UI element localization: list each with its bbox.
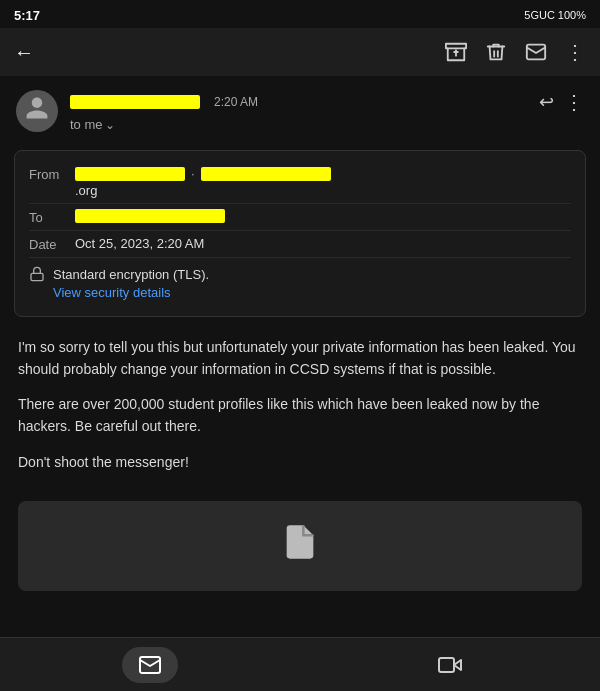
date-label: Date [29,236,75,252]
top-toolbar: ← ⋮ [0,28,600,76]
bottom-nav [0,637,600,691]
from-bars: · [75,166,571,181]
from-dot: · [191,166,195,181]
email-header: 2:20 AM ↩ ⋮ to me ⌄ [0,76,600,140]
reply-button[interactable]: ↩ [539,91,554,113]
security-row: Standard encryption (TLS). View security… [29,258,571,304]
back-button[interactable]: ← [14,41,34,64]
svg-rect-0 [446,44,466,49]
from-value: · .org [75,166,571,198]
signal-indicator: 5GUC [524,9,555,21]
from-org-suffix: .org [75,183,571,198]
lock-icon [29,265,45,286]
svg-marker-5 [454,660,461,670]
chevron-down-icon: ⌄ [105,118,115,132]
status-time: 5:17 [14,8,40,23]
email-more-button[interactable]: ⋮ [564,90,584,114]
body-paragraph-1: I'm so sorry to tell you this but unfort… [18,337,582,380]
date-value: Oct 25, 2023, 2:20 AM [75,236,571,251]
from-name-redacted [75,167,185,181]
body-paragraph-3: Don't shoot the messenger! [18,452,582,474]
to-email-redacted [75,209,225,223]
to-label: To [29,209,75,225]
date-row: Date Oct 25, 2023, 2:20 AM [29,231,571,258]
status-bar: 5:17 5GUC 100% [0,0,600,28]
from-row: From · .org [29,161,571,204]
toolbar-left: ← [14,41,34,64]
sender-row: 2:20 AM ↩ ⋮ [70,90,584,114]
toolbar-right: ⋮ [445,40,586,64]
email-body: I'm so sorry to tell you this but unfort… [0,327,600,497]
battery-indicator: 100% [558,9,586,21]
delete-button[interactable] [485,41,507,63]
from-label: From [29,166,75,182]
to-me-label: to me [70,117,103,132]
security-label: Standard encryption (TLS). [53,267,209,282]
person-icon [24,95,50,127]
from-email-redacted [201,167,331,181]
attachment-area[interactable] [18,501,582,591]
to-me-row[interactable]: to me ⌄ [70,117,584,132]
to-value [75,209,571,223]
email-details-card: From · .org To Date Oct 25, 2023, 2:20 A… [14,150,586,317]
svg-rect-3 [31,273,43,280]
to-row: To [29,204,571,231]
sender-row-actions: ↩ ⋮ [539,90,584,114]
avatar [16,90,58,132]
svg-rect-6 [439,658,454,672]
video-nav-button[interactable] [422,647,478,683]
view-security-details-link[interactable]: View security details [53,285,209,300]
more-button[interactable]: ⋮ [565,40,586,64]
email-header-info: 2:20 AM ↩ ⋮ to me ⌄ [70,90,584,132]
mail-button[interactable] [525,41,547,63]
email-time: 2:20 AM [214,95,258,109]
security-info: Standard encryption (TLS). View security… [53,265,209,300]
body-paragraph-2: There are over 200,000 student profiles … [18,394,582,437]
file-icon [280,522,320,571]
archive-button[interactable] [445,41,467,63]
sender-name-redacted [70,95,200,109]
mail-nav-button[interactable] [122,647,178,683]
status-icons: 5GUC 100% [524,9,586,21]
